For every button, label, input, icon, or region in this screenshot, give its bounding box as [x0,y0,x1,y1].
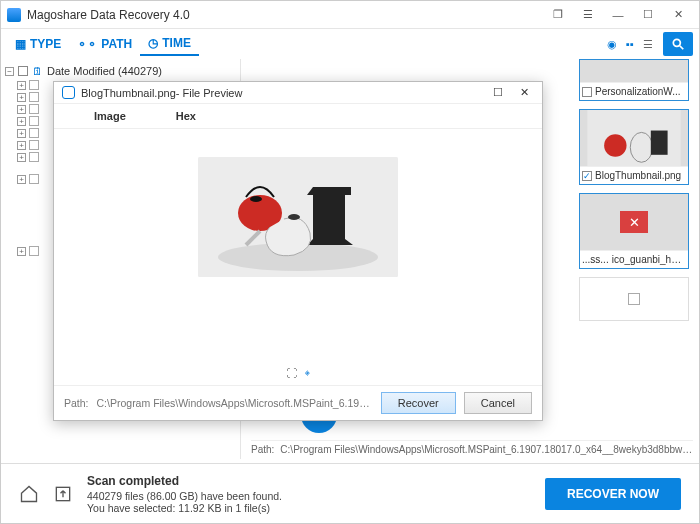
dialog-path-value: C:\Program Files\WindowsApps\Microsoft.M… [97,397,373,409]
dialog-maximize-button[interactable]: ☐ [488,86,508,99]
svg-point-3 [604,134,626,156]
preview-body [54,129,542,361]
tab-type[interactable]: ▦ TYPE [7,33,69,55]
dialog-path-label: Path: [64,397,89,409]
status-found: 440279 files (86.00 GB) have been found. [87,490,531,502]
thumbnail-card[interactable]: BlogThumbnail.png [579,109,689,185]
dialog-titlebar: BlogThumbnail.png- File Preview ☐ ✕ [54,82,542,104]
thumbnail-card[interactable]: ✕ ...ss... ico_guanbi_hover... [579,193,689,269]
titlebar: Magoshare Data Recovery 4.0 ❐ ☰ — ☐ ✕ [1,1,699,29]
status-selected: You have selected: 11.92 KB in 1 file(s) [87,502,531,514]
tab-time-label: TIME [162,36,191,50]
grid-view-icon[interactable]: ▪▪ [621,35,639,53]
thumbnail-image [580,60,688,82]
tree-root[interactable]: − 🗓 Date Modified (440279) [3,63,238,79]
zoom-fit-icon[interactable]: ⛶ [286,367,297,379]
recover-button[interactable]: Recover [381,392,456,414]
svg-rect-5 [651,131,668,155]
dialog-title: BlogThumbnail.png- File Preview [81,87,242,99]
menu-icon[interactable]: ☰ [573,5,603,25]
thumbnail-column: PersonalizationW... BlogThumbnail.png ✕ … [579,61,689,449]
path-icon: ⚬⚬ [77,37,97,51]
cancel-button[interactable]: Cancel [464,392,532,414]
view-toolbar: ▦ TYPE ⚬⚬ PATH ◷ TIME ◉ ▪▪ ☰ [1,29,699,59]
svg-point-11 [288,214,300,220]
maximize-button[interactable]: ☐ [633,5,663,25]
preview-tool-icons: ⛶ ◈ [54,361,542,385]
preview-icon[interactable]: ◉ [603,35,621,53]
dialog-icon [62,86,75,99]
thumbnail-image [580,110,688,166]
collapse-icon[interactable]: − [5,67,14,76]
svg-point-0 [673,39,680,46]
svg-point-10 [250,196,262,202]
scan-status: Scan completed 440279 files (86.00 GB) h… [87,474,531,514]
path-value: C:\Program Files\WindowsApps\Microsoft.M… [280,444,693,455]
card-label: PersonalizationW... [595,86,681,97]
footer: Scan completed 440279 files (86.00 GB) h… [1,463,699,523]
type-icon: ▦ [15,37,26,51]
error-icon: ✕ [620,211,648,233]
preview-tab-hex[interactable]: Hex [176,110,196,122]
app-icon [7,8,21,22]
dialog-tabs: Image Hex [54,104,542,129]
path-label: Path: [251,444,274,455]
checkbox[interactable] [628,293,640,305]
close-button[interactable]: ✕ [663,5,693,25]
tab-time[interactable]: ◷ TIME [140,32,199,56]
thumbnail-card[interactable]: PersonalizationW... [579,59,689,101]
export-icon[interactable] [53,484,73,504]
tree-root-label: Date Modified (440279) [47,65,162,77]
search-button[interactable] [663,32,693,56]
recover-now-button[interactable]: RECOVER NOW [545,478,681,510]
checkbox[interactable] [582,87,592,97]
list-view-icon[interactable]: ☰ [639,35,657,53]
dialog-footer: Path: C:\Program Files\WindowsApps\Micro… [54,385,542,420]
preview-tab-image[interactable]: Image [94,110,126,122]
layout-icon[interactable]: ❐ [543,5,573,25]
svg-line-1 [680,46,684,50]
tab-path-label: PATH [101,37,132,51]
card-label: ico_guanbi_hover... [612,254,686,265]
tab-path[interactable]: ⚬⚬ PATH [69,33,140,55]
home-icon[interactable] [19,484,39,504]
card-label: BlogThumbnail.png [595,170,681,181]
svg-point-4 [630,132,652,162]
checkbox[interactable] [18,66,28,76]
file-preview-dialog: BlogThumbnail.png- File Preview ☐ ✕ Imag… [53,81,543,421]
tab-type-label: TYPE [30,37,61,51]
minimize-button[interactable]: — [603,5,633,25]
thumbnail-card-empty[interactable] [579,277,689,321]
bottom-path-bar: Path: C:\Program Files\WindowsApps\Micro… [251,440,693,455]
status-title: Scan completed [87,474,531,488]
checkbox[interactable] [582,171,592,181]
time-icon: ◷ [148,36,158,50]
card-label: ...ss... [582,254,609,265]
app-title: Magoshare Data Recovery 4.0 [27,8,543,22]
rotate-icon[interactable]: ◈ [304,367,310,379]
dialog-close-button[interactable]: ✕ [514,86,534,99]
thumbnail-image: ✕ [580,194,688,250]
preview-image [198,157,398,277]
